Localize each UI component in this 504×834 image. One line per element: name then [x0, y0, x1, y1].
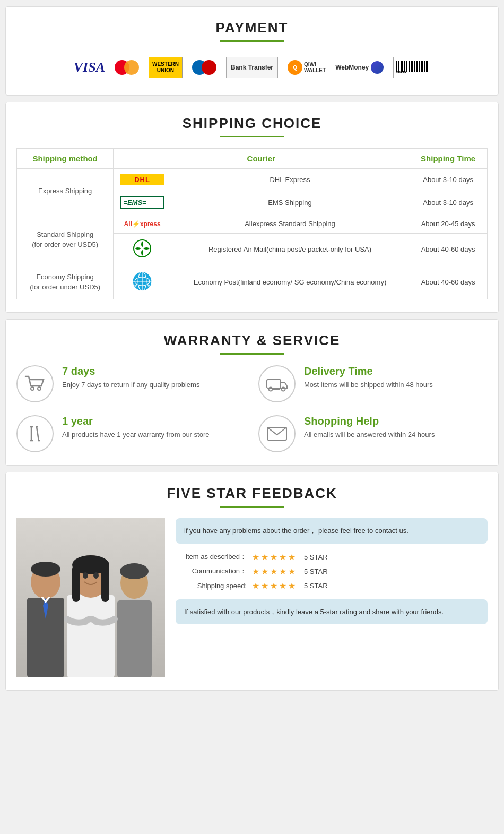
warranty-underline [220, 353, 284, 355]
svg-rect-10 [421, 61, 423, 72]
webmoney-globe-icon [371, 61, 384, 74]
maestro-logo [192, 57, 216, 78]
shopping-help-title: Shopping Help [304, 415, 435, 427]
svg-rect-44 [101, 565, 109, 602]
boleto-barcode-icon: Boleto [396, 61, 428, 74]
svg-point-46 [93, 572, 99, 579]
envelope-icon [258, 415, 296, 452]
dhl-logo-cell: DHL [114, 169, 171, 191]
warranty-year-item: 1 year All products have 1 year warranty… [16, 415, 246, 452]
rating-item-described: Item as described： ★ ★ ★ ★ ★ 5 STAR [178, 552, 485, 562]
communication-label: Communication： [178, 566, 247, 576]
star-1: ★ [252, 581, 259, 591]
webmoney-label: WebMoney [335, 64, 369, 71]
bottom-speech-bubble: If satisfied with our products，kindly le… [176, 599, 488, 625]
feedback-section: FIVE STAR FEEDBACK [5, 472, 499, 691]
standard-shipping-label: Standard Shipping(for order over USD5) [17, 214, 114, 265]
delivery-title: Delivery Time [304, 365, 433, 377]
svg-point-21 [31, 387, 34, 390]
contact-speech-bubble: if you have any problems about the order… [176, 518, 488, 544]
airmail-label: Registered Air Mail(china post/e packet-… [171, 234, 409, 265]
shipping-underline [220, 136, 284, 137]
feedback-content: if you have any problems about the order… [16, 518, 488, 677]
qiwi-text: QIWIWALLET [304, 62, 326, 73]
communication-stars: ★ ★ ★ ★ ★ [252, 566, 296, 577]
svg-rect-4 [406, 61, 407, 72]
svg-rect-9 [419, 61, 420, 72]
economy-logo-cell [114, 265, 171, 299]
boleto-logo: Boleto [393, 57, 430, 78]
airmail-logo-cell [114, 234, 171, 265]
western-union-logo: WESTERNUNION [149, 57, 183, 78]
feedback-right-panel: if you have any problems about the order… [176, 518, 488, 624]
item-described-stars: ★ ★ ★ ★ ★ [252, 552, 296, 562]
return-policy-text: 7 days Enjoy 7 days to return if any qua… [62, 365, 199, 390]
item-described-count: 5 STAR [304, 553, 328, 561]
dhl-time: About 3-10 days [409, 169, 488, 191]
qiwi-logo: Q QIWIWALLET [288, 57, 326, 78]
payment-underline [220, 40, 284, 42]
shopping-cart-icon [24, 374, 46, 393]
svg-rect-40 [67, 595, 115, 677]
item-described-label: Item as described： [178, 552, 247, 562]
warranty-section: WARRANTY & SERVICE 7 days Enjoy 7 days t… [5, 319, 499, 466]
communication-count: 5 STAR [304, 568, 328, 575]
economy-row: Economy Shipping(for order under USD5) [17, 265, 488, 299]
mc-yellow-circle [124, 60, 139, 75]
maestro-red-circle [202, 60, 216, 75]
return-cart-icon [16, 365, 54, 402]
delivery-desc: Most items will be shipped within 48 hou… [304, 380, 433, 390]
svg-rect-12 [426, 61, 428, 72]
mail-icon [266, 425, 288, 442]
warranty-title: WARRANTY & SERVICE [16, 332, 488, 349]
qiwi-circle: Q [288, 60, 302, 75]
aliexpress-logo-badge: Ali⚡xpress [120, 220, 164, 228]
star-4: ★ [279, 566, 286, 577]
ems-shipping-label: EMS Shipping [171, 191, 409, 214]
svg-rect-11 [424, 61, 425, 72]
aliexpress-standard-label: Aliexpress Standard Shipping [171, 214, 409, 234]
delivery-time-text: Delivery Time Most items will be shipped… [304, 365, 433, 390]
feedback-title: FIVE STAR FEEDBACK [16, 485, 488, 502]
truck-icon [266, 375, 288, 392]
mastercard-logo [115, 57, 139, 78]
aliexpress-time: About 20-45 days [409, 214, 488, 234]
star-3: ★ [270, 566, 277, 577]
dhl-logo-badge: DHL [120, 174, 164, 185]
svg-point-22 [38, 387, 41, 390]
shipping-title: SHIPPING CHOICE [16, 115, 488, 132]
tools-icon [16, 415, 54, 452]
un-globe-icon [132, 271, 153, 292]
shipping-table: Shipping method Courier Shipping Time Ex… [16, 148, 488, 299]
star-5: ★ [288, 552, 296, 562]
shipping-time-header: Shipping Time [409, 149, 488, 169]
svg-rect-43 [72, 565, 80, 602]
rating-shipping-speed: Shipping speed: ★ ★ ★ ★ ★ 5 STAR [178, 581, 485, 591]
shipping-speed-label: Shipping speed: [178, 582, 247, 590]
courier-header: Courier [114, 149, 409, 169]
china-post-icon [133, 239, 152, 258]
ems-logo-cell: =EMS= [114, 191, 171, 214]
bank-transfer-logo: Bank Transfer [226, 57, 278, 78]
ratings-box: Item as described： ★ ★ ★ ★ ★ 5 STAR Comm… [176, 552, 488, 591]
feedback-underline [220, 506, 284, 508]
star-1: ★ [252, 552, 259, 562]
shipping-section: SHIPPING CHOICE Shipping method Courier … [5, 102, 499, 313]
payment-section: PAYMENT VISA WESTERNUNION Bank Transfer … [5, 6, 499, 96]
warranty-grid: 7 days Enjoy 7 days to return if any qua… [16, 365, 488, 452]
return-policy-item: 7 days Enjoy 7 days to return if any qua… [16, 365, 246, 402]
rating-communication: Communication： ★ ★ ★ ★ ★ 5 STAR [178, 566, 485, 577]
svg-line-30 [37, 427, 39, 441]
star-1: ★ [252, 566, 259, 577]
svg-rect-6 [411, 61, 413, 72]
shopping-help-text: Shopping Help All emails will be answere… [304, 415, 435, 440]
shipping-method-header: Shipping method [17, 149, 114, 169]
economy-shipping-label: Economy Shipping(for order under USD5) [17, 265, 114, 299]
express-dhl-row: Express Shipping DHL DHL Express About 3… [17, 169, 488, 191]
team-photo [16, 518, 165, 677]
star-3: ★ [270, 552, 277, 562]
star-3: ★ [270, 581, 277, 591]
svg-point-45 [83, 572, 88, 579]
star-4: ★ [279, 581, 286, 591]
airmail-time: About 40-60 days [409, 234, 488, 265]
